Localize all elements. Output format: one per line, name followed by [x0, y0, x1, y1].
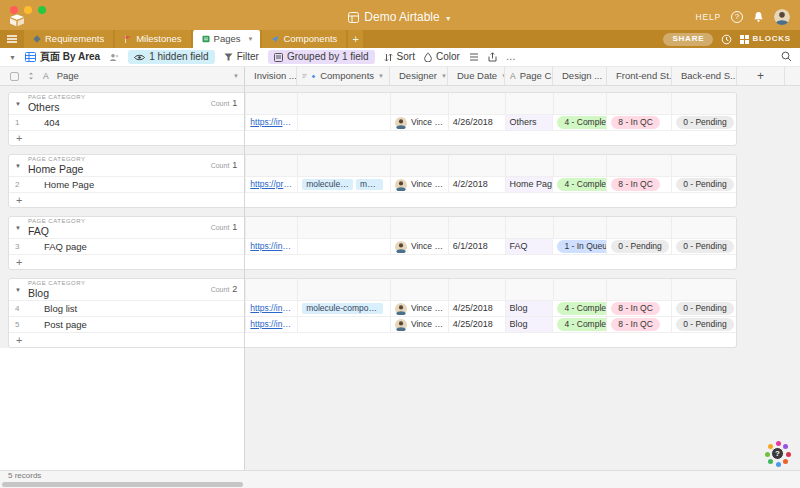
column-header-page[interactable]: Page: [0, 67, 245, 85]
add-row-button[interactable]: [9, 130, 736, 145]
group-button[interactable]: Grouped by 1 field: [268, 50, 375, 64]
minimize-window-button[interactable]: [24, 6, 32, 14]
question-circle-icon[interactable]: [731, 11, 743, 23]
airtable-logo-icon[interactable]: [9, 14, 25, 27]
column-header-page-category[interactable]: Page C...: [505, 67, 553, 85]
filter-button[interactable]: Filter: [224, 52, 259, 62]
cell-due-date[interactable]: 6/1/2018: [448, 239, 505, 254]
chevron-down-icon[interactable]: [441, 73, 447, 79]
cell-backend-status[interactable]: 0 - Pending: [671, 301, 736, 316]
collapse-group-icon[interactable]: [15, 101, 21, 107]
notifications-bell-icon[interactable]: [753, 11, 764, 23]
add-row-button[interactable]: [9, 254, 736, 269]
cell-components[interactable]: molecule-componentmolecu...: [297, 177, 390, 192]
cell-page[interactable]: 3FAQ page: [9, 239, 245, 254]
cell-page[interactable]: 5Post page: [9, 317, 245, 332]
base-title[interactable]: Demo Airtable ▼: [200, 11, 600, 23]
add-row-button[interactable]: [9, 192, 736, 207]
invision-link[interactable]: https://invis.io...: [250, 320, 293, 329]
cell-invision[interactable]: https://invis.io...: [245, 115, 297, 130]
cell-page-category[interactable]: FAQ: [505, 239, 553, 254]
history-clock-icon[interactable]: [721, 34, 732, 45]
cell-designer[interactable]: Vince MingPu S: [390, 301, 448, 316]
cell-page-category[interactable]: Home Page: [505, 177, 553, 192]
zoom-window-button[interactable]: [38, 6, 46, 14]
cell-designer[interactable]: Vince MingPu S: [390, 115, 448, 130]
hidden-fields-button[interactable]: 1 hidden field: [128, 50, 215, 64]
cell-backend-status[interactable]: 0 - Pending: [671, 317, 736, 332]
tab-requirements[interactable]: Requirements: [24, 30, 113, 48]
column-header-designer[interactable]: Designer: [390, 67, 448, 85]
cell-invision[interactable]: https://invis.io...: [245, 317, 297, 332]
search-button[interactable]: [781, 51, 792, 62]
cell-page-category[interactable]: Blog: [505, 301, 553, 316]
cell-design-status[interactable]: 4 - Complete: [552, 301, 606, 316]
frozen-column-divider[interactable]: [244, 86, 245, 470]
cell-frontend-status[interactable]: 8 - In QC: [606, 177, 671, 192]
add-table-button[interactable]: [348, 30, 363, 48]
close-window-button[interactable]: [10, 6, 18, 14]
cell-designer[interactable]: Vince MingPu S: [390, 177, 448, 192]
invision-link[interactable]: https://project...: [250, 180, 293, 189]
cell-backend-status[interactable]: 0 - Pending: [671, 239, 736, 254]
chevron-down-icon[interactable]: [233, 73, 239, 79]
chevron-down-icon[interactable]: [378, 73, 384, 79]
column-header-backend-status[interactable]: Back-end S...: [672, 67, 737, 85]
invision-link[interactable]: https://invis.io...: [250, 304, 293, 313]
cell-page[interactable]: 4Blog list: [9, 301, 245, 316]
cell-frontend-status[interactable]: 0 - Pending: [606, 239, 671, 254]
collapse-group-icon[interactable]: [15, 163, 21, 169]
tab-components[interactable]: Components: [262, 30, 346, 48]
help-button[interactable]: HELP: [696, 13, 721, 22]
cell-design-status[interactable]: 4 - Complete: [552, 317, 606, 332]
column-header-invision[interactable]: Invision ...: [245, 67, 297, 85]
invision-link[interactable]: https://invis.io...: [250, 242, 293, 251]
cell-page[interactable]: 2Home Page: [9, 177, 245, 192]
expand-rows-icon[interactable]: [27, 72, 35, 80]
cell-components[interactable]: [297, 317, 390, 332]
cell-due-date[interactable]: 4/25/2018: [448, 301, 505, 316]
color-button[interactable]: Color: [424, 52, 460, 62]
tab-pages[interactable]: Pages ▼: [193, 30, 261, 48]
view-collaborators-icon[interactable]: [109, 53, 119, 62]
column-header-components[interactable]: Components: [297, 67, 390, 85]
cell-page-category[interactable]: Blog: [505, 317, 553, 332]
cell-design-status[interactable]: 4 - Complete: [552, 115, 606, 130]
collapse-group-icon[interactable]: [15, 225, 21, 231]
cell-backend-status[interactable]: 0 - Pending: [671, 177, 736, 192]
collapse-sidebar-icon[interactable]: ▼: [9, 54, 16, 61]
cell-design-status[interactable]: 1 - In Queue: [552, 239, 606, 254]
cell-page[interactable]: 1404: [9, 115, 245, 130]
cell-designer[interactable]: Vince MingPu S: [390, 317, 448, 332]
cell-invision[interactable]: https://project...: [245, 177, 297, 192]
select-all-checkbox[interactable]: [10, 72, 19, 81]
user-avatar[interactable]: [774, 9, 790, 25]
horizontal-scrollbar[interactable]: [0, 481, 800, 488]
column-header-design-status[interactable]: Design ...: [553, 67, 607, 85]
row-height-button[interactable]: [469, 53, 479, 61]
cell-invision[interactable]: https://invis.io...: [245, 301, 297, 316]
tab-milestones[interactable]: Milestones: [115, 30, 190, 48]
cell-due-date[interactable]: 4/2/2018: [448, 177, 505, 192]
cell-components[interactable]: [297, 239, 390, 254]
invision-link[interactable]: https://invis.io...: [250, 118, 293, 127]
column-header-frontend-status[interactable]: Front-end St...: [607, 67, 672, 85]
view-switcher[interactable]: 頁面 By Area: [25, 52, 100, 62]
collapse-group-icon[interactable]: [15, 287, 21, 293]
help-widget-button[interactable]: [763, 439, 793, 469]
cell-frontend-status[interactable]: 8 - In QC: [606, 115, 671, 130]
cell-page-category[interactable]: Others: [505, 115, 553, 130]
cell-components[interactable]: molecule-component: [297, 301, 390, 316]
cell-due-date[interactable]: 4/25/2018: [448, 317, 505, 332]
add-field-button[interactable]: [737, 67, 785, 85]
more-options-button[interactable]: [506, 52, 517, 62]
scrollbar-thumb[interactable]: [2, 482, 243, 487]
cell-designer[interactable]: Vince MingPu S: [390, 239, 448, 254]
share-button[interactable]: SHARE: [663, 33, 713, 46]
cell-invision[interactable]: https://invis.io...: [245, 239, 297, 254]
blocks-button[interactable]: BLOCKS: [740, 35, 791, 44]
cell-backend-status[interactable]: 0 - Pending: [671, 115, 736, 130]
column-header-due-date[interactable]: Due Date: [448, 67, 505, 85]
cell-design-status[interactable]: 4 - Complete: [552, 177, 606, 192]
cell-frontend-status[interactable]: 8 - In QC: [606, 317, 671, 332]
